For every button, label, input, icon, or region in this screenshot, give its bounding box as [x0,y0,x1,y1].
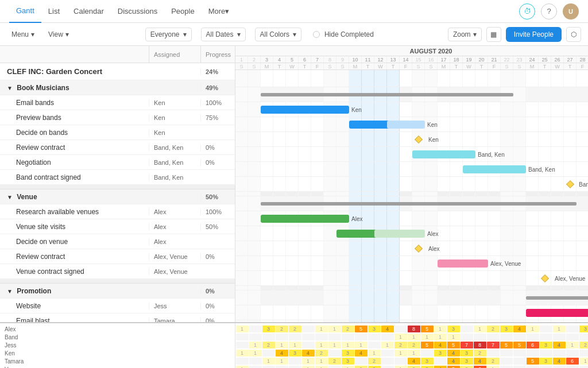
toolbar: Menu ▾ View ▾ Everyone ▾ All Dates ▾ All… [0,23,588,46]
group-spacer-2 [0,279,235,284]
group-venue[interactable]: ▼ Venue 50% [0,189,235,204]
task-website-progress: 0% [200,303,235,309]
task-negotiation[interactable]: Negotiation Band, Ken 0% [0,155,235,170]
task-list-panel: Assigned Progress CLEF INC: Garden Conce… [0,46,235,322]
nav-gantt[interactable]: Gantt [9,0,41,23]
task-website-name: Website [0,302,149,310]
task-venue-contract-name: Venue contract signed [0,268,149,276]
project-progress: 24% [200,68,235,75]
top-navigation: Gantt List Calendar Discussions People M… [0,0,588,23]
task-decide-venue-name: Decide on venue [0,238,149,246]
task-research-venues-assigned: Alex [149,208,200,215]
task-email-bands-progress: 100% [200,99,235,106]
task-decide-venue-assigned: Alex [149,238,200,245]
task-preview-bands-assigned: Ken [149,114,200,121]
task-email-bands-assigned: Ken [149,99,200,106]
task-website[interactable]: Website Jess 0% [0,299,235,313]
task-list-header: Assigned Progress [0,46,235,63]
task-review-contract-1-name: Review contract [0,144,149,152]
task-decide-bands[interactable]: Decide on bands Ken [0,125,235,140]
assigned-header: Assigned [149,46,200,63]
task-band-contract[interactable]: Band contract signed Band, Ken [0,170,235,185]
task-review-contract-2[interactable]: Review contract Alex, Venue 0% [0,249,235,264]
task-research-venues-name: Research available venues [0,208,149,216]
task-research-venues-progress: 100% [200,208,235,215]
task-negotiation-assigned: Band, Ken [149,159,200,166]
task-decide-venue[interactable]: Decide on venue Alex [0,234,235,249]
task-review-contract-1-assigned: Band, Ken [149,144,200,151]
task-email-blast-progress: 0% [200,317,235,323]
task-venue-contract[interactable]: Venue contract signed Alex, Venue [0,264,235,279]
project-row[interactable]: CLEF INC: Garden Concert 24% [0,63,235,80]
task-band-contract-assigned: Band, Ken [149,174,200,181]
task-email-blast[interactable]: Email blast Tamara 0% [0,313,235,322]
zoom-button[interactable]: Zoom ▾ [448,28,482,41]
heatmap-labels: AlexBandJessKenTamaraVenue [0,323,235,368]
main-content: Assigned Progress CLEF INC: Garden Conce… [0,46,588,322]
task-name-header [0,46,149,63]
task-venue-contract-assigned: Alex, Venue [149,268,200,275]
nav-more[interactable]: More ▾ [202,0,237,23]
heatmap-cells: 1322112534851312341134112111111211111112… [235,323,588,368]
task-decide-bands-name: Decide on bands [0,129,149,137]
task-review-contract-2-progress: 0% [200,253,235,260]
group-promotion-name: ▼ Promotion [0,287,149,295]
history-icon[interactable]: ⏱ [519,3,535,20]
task-venue-visits-name: Venue site visits [0,223,149,231]
task-negotiation-progress: 0% [200,159,235,166]
export-icon[interactable]: ⬡ [566,27,581,42]
group-venue-progress: 50% [200,193,235,200]
colors-filter[interactable]: All Colors ▾ [255,28,301,41]
task-decide-bands-assigned: Ken [149,129,200,136]
task-review-contract-2-name: Review contract [0,253,149,261]
task-list-body: CLEF INC: Garden Concert 24% ▼ Book Musi… [0,63,235,322]
bottom-heatmap: AlexBandJessKenTamaraVenue 1322112534851… [0,322,588,368]
group-book-musicians-progress: 49% [200,84,235,91]
group-spacer-1 [0,185,235,189]
task-email-blast-assigned: Tamara [149,317,200,323]
everyone-filter[interactable]: Everyone ▾ [145,28,192,41]
hide-completed-toggle[interactable]: Hide Completed [308,28,378,41]
task-band-contract-name: Band contract signed [0,173,149,181]
help-icon[interactable]: ? [541,3,557,20]
task-email-bands[interactable]: Email bands Ken 100% [0,95,235,110]
group-venue-name: ▼ Venue [0,193,149,201]
group-promotion-progress: 0% [200,288,235,295]
task-venue-visits-progress: 50% [200,223,235,230]
user-avatar[interactable]: U [563,3,579,20]
group-book-musicians[interactable]: ▼ Book Musicians 49% [0,80,235,95]
nav-calendar[interactable]: Calendar [67,0,111,23]
dates-filter[interactable]: All Dates ▾ [201,28,246,41]
task-preview-bands[interactable]: Preview bands Ken 75% [0,110,235,125]
task-review-contract-1-progress: 0% [200,144,235,151]
task-venue-visits-assigned: Alex [149,223,200,230]
task-research-venues[interactable]: Research available venues Alex 100% [0,204,235,219]
nav-people[interactable]: People [164,0,201,23]
gantt-panel[interactable]: AUGUST 2020SEPTEMBER12345678910111213141… [235,46,588,322]
project-name: CLEF INC: Garden Concert [0,67,149,76]
task-email-blast-name: Email blast [0,317,149,323]
task-preview-bands-name: Preview bands [0,114,149,122]
group-promotion[interactable]: ▼ Promotion 0% [0,284,235,299]
task-negotiation-name: Negotiation [0,158,149,166]
view-toggle-icon[interactable]: ▦ [486,27,501,42]
task-preview-bands-progress: 75% [200,114,235,121]
view-button[interactable]: View ▾ [44,28,74,41]
task-website-assigned: Jess [149,303,200,309]
menu-button[interactable]: Menu ▾ [7,28,39,41]
nav-discussions[interactable]: Discussions [111,0,164,23]
task-review-contract-1[interactable]: Review contract Band, Ken 0% [0,140,235,155]
task-review-contract-2-assigned: Alex, Venue [149,253,200,260]
nav-list[interactable]: List [41,0,67,23]
task-email-bands-name: Email bands [0,99,149,107]
group-book-musicians-name: ▼ Book Musicians [0,84,149,92]
task-venue-visits[interactable]: Venue site visits Alex 50% [0,219,235,234]
nav-right-actions: ⏱ ? U [519,3,579,20]
invite-people-button[interactable]: Invite People [506,27,562,42]
progress-header: Progress [200,46,235,63]
